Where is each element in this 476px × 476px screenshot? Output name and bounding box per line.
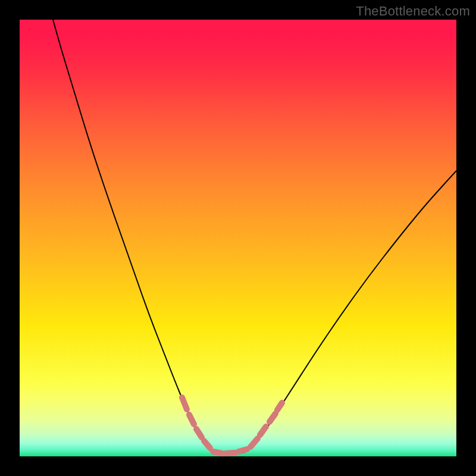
chart-frame: TheBottleneck.com (0, 0, 476, 476)
marker-segment (239, 449, 247, 452)
marker-segment (270, 414, 275, 422)
marker-segment (189, 415, 194, 424)
marker-segment (277, 403, 282, 410)
marker-segment (250, 439, 258, 447)
marker-segment (182, 397, 187, 409)
left-curve-path (53, 20, 216, 453)
marker-segment (213, 452, 222, 453)
curve-layer (20, 20, 456, 456)
marker-segment (260, 427, 266, 435)
bottleneck-curve (53, 20, 456, 453)
marker-segment (226, 453, 235, 453)
marker-group (182, 397, 282, 453)
marker-segment (196, 429, 202, 437)
plot-area (20, 20, 456, 456)
watermark-text: TheBottleneck.com (356, 4, 470, 19)
marker-segment (204, 441, 210, 448)
